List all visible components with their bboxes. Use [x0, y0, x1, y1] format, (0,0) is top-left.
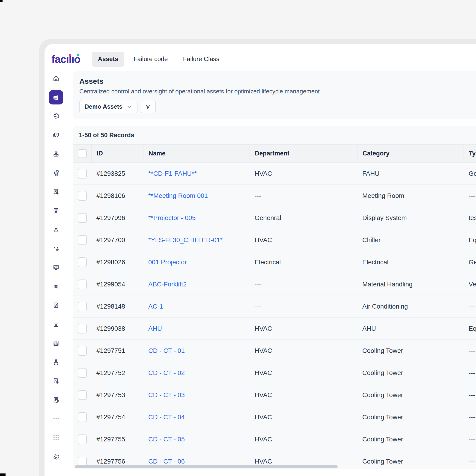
sidebar-item-assets[interactable]	[47, 88, 66, 107]
help-chat-icon: ?	[52, 132, 60, 139]
sidebar-item-procurement[interactable]	[47, 164, 66, 182]
row-checkbox[interactable]	[78, 213, 87, 223]
row-checkbox[interactable]	[78, 279, 87, 289]
header-checkbox-cell	[73, 145, 91, 162]
header-controls: Demo Assets	[79, 100, 476, 113]
asset-name-link[interactable]: CD - CT - 06	[148, 458, 185, 465]
sidebar-item-more[interactable]	[47, 409, 66, 428]
cell-category: Cooling Tower	[357, 458, 463, 465]
asset-name-link[interactable]: CD - CT - 05	[148, 436, 185, 443]
tab-assets[interactable]: Assets	[92, 52, 124, 67]
app-window: facılıo Assets Failure code Failure Clas…	[45, 44, 476, 476]
cell-type: ---	[463, 458, 476, 465]
teams-people-icon	[52, 283, 60, 290]
reports-monitor-icon	[52, 264, 60, 271]
facilio-logo-text: facılıo	[51, 53, 80, 65]
cell-id: #1299054	[91, 281, 143, 288]
cell-type: ---	[463, 303, 476, 310]
row-checkbox[interactable]	[78, 235, 87, 245]
sidebar-item-vendors[interactable]	[47, 353, 66, 372]
sidebar-item-properties[interactable]	[47, 334, 66, 353]
row-checkbox[interactable]	[78, 457, 87, 466]
cell-type: Equipment	[463, 325, 476, 332]
cell-category: Cooling Tower	[357, 391, 463, 399]
cell-department: HVAC	[250, 413, 357, 421]
row-checkbox[interactable]	[78, 390, 87, 400]
column-header-type: Type	[463, 145, 476, 162]
cell-type: ---	[463, 436, 476, 443]
sidebar-item-notes[interactable]	[47, 391, 66, 409]
main-content: Assets Centralized control and oversight…	[73, 71, 476, 469]
screen-corner-mark-bottom	[0, 474, 5, 476]
sidebar: ?	[45, 69, 68, 466]
cell-id: #1297752	[91, 369, 143, 377]
row-checkbox[interactable]	[78, 324, 87, 334]
sidebar-item-teams[interactable]	[47, 277, 66, 296]
sidebar-item-approvals[interactable]	[47, 182, 66, 201]
vendor-hierarchy-icon	[52, 359, 60, 366]
row-checkbox-cell	[73, 235, 91, 245]
row-checkbox[interactable]	[78, 257, 87, 267]
sidebar-item-maintenance[interactable]	[47, 107, 66, 126]
filter-button[interactable]	[141, 100, 156, 113]
app-grid-icon	[52, 434, 60, 441]
cell-category: Electrical	[357, 258, 463, 266]
row-checkbox-cell	[73, 213, 91, 223]
select-all-checkbox[interactable]	[78, 149, 87, 158]
row-checkbox[interactable]	[78, 191, 87, 201]
cell-category: Chiller	[357, 236, 463, 244]
row-checkbox[interactable]	[78, 412, 87, 422]
cell-department: HVAC	[250, 369, 357, 377]
sidebar-item-workforce[interactable]	[47, 220, 66, 239]
page-subtitle: Centralized control and oversight of ope…	[79, 88, 476, 95]
sidebar-item-settings[interactable]	[47, 447, 66, 466]
cell-category: Meeting Room	[357, 192, 463, 200]
sidebar-item-attendance[interactable]	[47, 239, 66, 258]
sidebar-item-tenants[interactable]	[47, 201, 66, 220]
asset-name-link[interactable]: *YLS-FL30_CHILLER-01*	[148, 236, 222, 243]
row-checkbox[interactable]	[78, 169, 87, 178]
row-checkbox-cell	[73, 368, 91, 378]
sidebar-item-apps[interactable]	[47, 428, 66, 447]
row-checkbox-cell	[73, 257, 91, 267]
asset-name-link[interactable]: CD - CT - 04	[148, 413, 185, 421]
sidebar-item-transfers[interactable]	[47, 296, 66, 315]
table-row: #1299038 AHU HVAC AHU Equipment	[73, 318, 476, 340]
asset-name-link[interactable]: CD - CT - 01	[148, 347, 185, 354]
asset-name-link[interactable]: ABC-Forklift2	[148, 281, 187, 288]
tab-failure-code[interactable]: Failure code	[128, 52, 174, 67]
row-checkbox-cell	[73, 346, 91, 356]
sidebar-item-help[interactable]: ?	[47, 126, 66, 145]
horizontal-scrollbar[interactable]	[75, 465, 338, 468]
asset-name-link[interactable]: **Projector - 005	[148, 214, 196, 221]
more-ellipsis-icon	[52, 415, 60, 422]
asset-name-link[interactable]: **CD-F1-FAHU**	[148, 170, 197, 177]
sidebar-item-inventory[interactable]	[47, 145, 66, 164]
row-checkbox[interactable]	[78, 302, 87, 311]
sidebar-item-reports[interactable]	[47, 258, 66, 277]
top-bar: facılıo Assets Failure code Failure Clas…	[51, 49, 225, 69]
cell-name: AHU	[143, 325, 250, 332]
tab-failure-class[interactable]: Failure Class	[177, 52, 225, 67]
table-row: #1297996 **Projector - 005 Genenral Disp…	[73, 207, 476, 229]
asset-name-link[interactable]: 001 Projector	[148, 258, 187, 266]
sidebar-item-home[interactable]	[47, 69, 66, 88]
records-summary: 1-50 of 50 Records	[73, 126, 476, 144]
asset-name-link[interactable]: AHU	[148, 325, 162, 332]
row-checkbox[interactable]	[78, 435, 87, 444]
row-checkbox-cell	[73, 390, 91, 400]
table-body: #1293825 **CD-F1-FAHU** HVAC FAHU Genera…	[73, 163, 476, 469]
sidebar-item-schedules[interactable]	[47, 372, 66, 391]
sidebar-item-visitors[interactable]	[47, 315, 66, 334]
chevron-down-icon	[126, 104, 132, 110]
asset-name-link[interactable]: CD - CT - 02	[148, 369, 185, 376]
asset-name-link[interactable]: **Meeting Room 001	[148, 192, 208, 199]
asset-name-link[interactable]: CD - CT - 03	[148, 391, 185, 398]
procurement-cart-icon	[52, 170, 60, 176]
asset-name-link[interactable]: AC-1	[148, 303, 163, 310]
view-selector-button[interactable]: Demo Assets	[79, 100, 137, 113]
table-header-row: ID Name Department Category Type	[73, 144, 476, 163]
row-checkbox[interactable]	[78, 346, 87, 356]
row-checkbox[interactable]	[78, 368, 87, 378]
svg-text:?: ?	[56, 133, 57, 136]
